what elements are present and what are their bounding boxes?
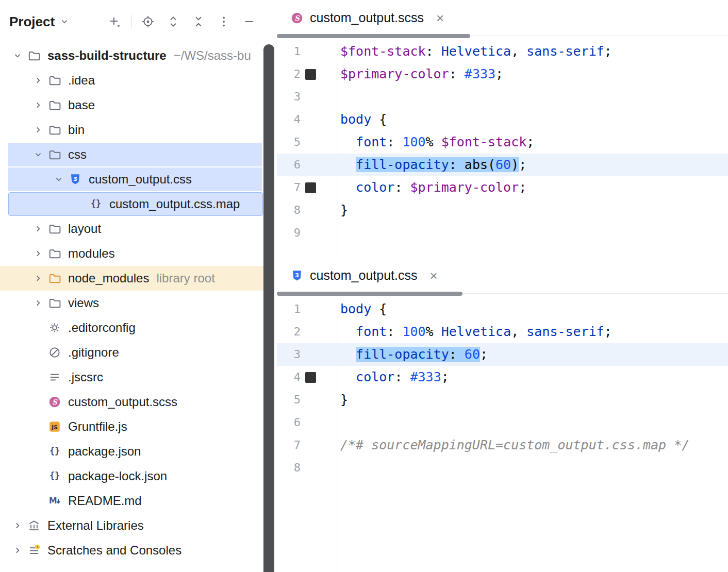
hide-panel-button[interactable]: [240, 13, 258, 30]
tree-row[interactable]: Scratches and Consoles: [0, 538, 264, 563]
css-icon: 3: [67, 171, 84, 188]
code-line[interactable]: 9: [277, 222, 728, 244]
more-options-button[interactable]: [215, 13, 233, 30]
svg-text:{}: {}: [91, 198, 101, 209]
token: 60: [465, 347, 480, 362]
tree-row[interactable]: base: [0, 93, 264, 117]
tree-row[interactable]: layout: [0, 216, 264, 241]
code-line[interactable]: 6 fill-opacity: abs(60);: [277, 154, 728, 176]
tree-row[interactable]: views: [0, 291, 264, 315]
code-line[interactable]: 4 color: #333;: [277, 366, 728, 389]
chevron-spacer: [30, 443, 46, 460]
tree-item-suffix: ~/WS/sass-bu: [174, 48, 251, 63]
tab-custom-output-scss[interactable]: S custom_output.scss ×: [290, 10, 444, 25]
tree-row[interactable]: .editorconfig: [0, 315, 264, 340]
line-number: 6: [277, 411, 301, 434]
tree-row[interactable]: {}package-lock.json: [0, 464, 264, 489]
code-line[interactable]: 1$font-stack: Helvetica, sans-serif;: [277, 40, 728, 63]
chevron-down-icon[interactable]: [30, 146, 46, 163]
code-line[interactable]: 2 font: 100% Helvetica, sans-serif;: [277, 321, 728, 343]
ide-window: Project sass-build-structure~/WS/sass-bu…: [0, 0, 728, 572]
color-swatch[interactable]: [305, 182, 316, 193]
project-tool-window-selector[interactable]: Project: [9, 14, 70, 30]
expand-all-button[interactable]: [164, 13, 182, 30]
tree-item-label: Gruntfile.js: [68, 419, 127, 434]
tree-item-label: .jscsrc: [68, 370, 103, 384]
chevron-right-icon[interactable]: [9, 542, 26, 559]
code-line[interactable]: 7/*# sourceMappingURL=custom_output.css.…: [277, 434, 728, 457]
toolbar-divider: [131, 15, 131, 28]
code-line[interactable]: 7 color: $primary-color;: [277, 176, 728, 199]
code-text: [321, 411, 340, 434]
select-opened-file-button[interactable]: [139, 13, 157, 30]
color-swatch[interactable]: [305, 372, 316, 383]
tree-row[interactable]: {}custom_output.css.map: [0, 192, 264, 216]
token: :: [394, 369, 402, 384]
tree-row[interactable]: Scustom_output.scss: [0, 390, 264, 414]
chevron-right-icon[interactable]: [30, 97, 46, 113]
collapse-all-button[interactable]: [190, 13, 207, 30]
svg-text:JS: JS: [51, 424, 58, 431]
code-text: [321, 86, 340, 108]
gutter: [301, 298, 321, 321]
horizontal-scrollbar-thumb[interactable]: [277, 34, 470, 38]
close-icon[interactable]: ×: [436, 11, 444, 25]
chevron-right-icon[interactable]: [9, 517, 26, 534]
tree-row[interactable]: modules: [0, 241, 264, 266]
tree-row[interactable]: .idea: [0, 68, 264, 93]
horizontal-scrollbar-thumb[interactable]: [277, 292, 462, 296]
code-line[interactable]: 6: [277, 411, 728, 434]
tree-row[interactable]: sass-build-structure~/WS/sass-bu: [0, 43, 264, 68]
color-swatch[interactable]: [305, 69, 316, 80]
token: color: [356, 369, 394, 384]
tab-label: custom_output.scss: [310, 10, 424, 25]
token: ): [511, 157, 519, 172]
tab-custom-output-css[interactable]: 3 custom_output.css ×: [290, 268, 438, 283]
code-line[interactable]: 8}: [277, 199, 728, 222]
close-icon[interactable]: ×: [429, 269, 437, 282]
tree-row[interactable]: node_moduleslibrary root: [0, 266, 264, 291]
chevron-right-icon[interactable]: [30, 295, 46, 311]
token: ,: [511, 44, 519, 59]
tree-row[interactable]: css: [0, 142, 264, 167]
code-line[interactable]: 4body {: [277, 108, 728, 131]
token: fill-opacity: [356, 347, 449, 362]
chevron-down-icon[interactable]: [9, 47, 26, 64]
tree-row[interactable]: {}package.json: [0, 439, 264, 464]
tree-row[interactable]: MREADME.md: [0, 489, 264, 513]
tree-item-label: views: [68, 296, 99, 310]
token: 60: [495, 157, 511, 172]
chevron-right-icon[interactable]: [30, 270, 46, 287]
code-line[interactable]: 1body {: [277, 298, 728, 321]
tree-row[interactable]: External Libraries: [0, 513, 264, 538]
tree-row[interactable]: JSGruntfile.js: [0, 414, 264, 439]
tree-row[interactable]: .jscsrc: [0, 365, 264, 390]
token: %: [426, 134, 434, 149]
code-line[interactable]: 3 fill-opacity: 60;: [277, 343, 728, 366]
sass-icon: S: [46, 394, 63, 410]
line-number: 8: [277, 457, 301, 479]
code-line[interactable]: 5}: [277, 389, 728, 411]
tree-row[interactable]: .gitignore: [0, 340, 264, 365]
scratch-icon: [26, 542, 42, 559]
code-line[interactable]: 2$primary-color: #333;: [277, 63, 728, 86]
code-line[interactable]: 8: [277, 457, 728, 479]
chevron-down-icon[interactable]: [51, 171, 67, 188]
chevron-right-icon[interactable]: [30, 221, 46, 237]
token: [402, 180, 410, 195]
editor-scss: S custom_output.scss × 1$font-stack: Hel…: [277, 0, 728, 258]
tree-item-label: README.md: [68, 494, 142, 508]
gutter: [301, 154, 321, 176]
line-number: 6: [277, 154, 301, 176]
line-number: 8: [277, 199, 301, 222]
tree-row[interactable]: 3custom_output.css: [0, 167, 264, 192]
chevron-right-icon[interactable]: [30, 245, 46, 262]
chevron-right-icon[interactable]: [30, 122, 46, 138]
token: body: [340, 301, 371, 316]
code-line[interactable]: 3: [277, 86, 728, 108]
panel-splitter-scrollbar[interactable]: [263, 44, 274, 572]
tree-row[interactable]: bin: [0, 117, 264, 142]
add-button[interactable]: [106, 13, 123, 30]
code-line[interactable]: 5 font: 100% $font-stack;: [277, 131, 728, 154]
chevron-right-icon[interactable]: [30, 72, 46, 89]
